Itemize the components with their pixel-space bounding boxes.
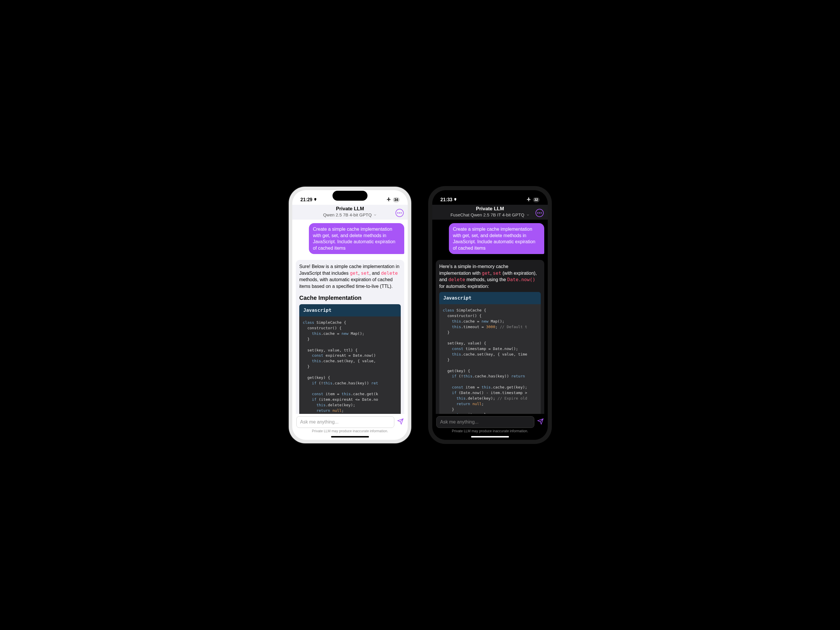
phone-dark: 21:33 32 Private LLM FuseChat Qwen 2.5 7…	[429, 187, 551, 443]
more-button[interactable]: •••	[535, 209, 544, 217]
assistant-intro: Here's a simple in-memory cache implemen…	[439, 264, 541, 290]
more-button[interactable]: •••	[395, 209, 404, 217]
status-left: 21:29	[300, 197, 317, 202]
chat-area[interactable]: Create a simple cache implementation wit…	[292, 219, 408, 414]
ellipsis-icon: •••	[397, 211, 402, 215]
status-right: 32	[526, 197, 540, 203]
code-language-label: Javascript	[439, 292, 541, 304]
app-header: Private LLM FuseChat Qwen 2.5 7B IT 4-bi…	[432, 205, 548, 219]
assistant-intro: Sure! Below is a simple cache implementa…	[299, 264, 401, 290]
input-bar: Ask me anything...	[432, 414, 548, 428]
phone-light: 21:29 34 Private LLM Qwen 2.5 7B 4-bit G…	[289, 187, 411, 443]
code-body[interactable]: class SimpleCache { constructor() { this…	[299, 316, 401, 414]
code-body[interactable]: class SimpleCache { constructor() { this…	[439, 304, 541, 414]
section-title: Cache Implementation	[299, 294, 401, 302]
app-title: Private LLM	[436, 206, 544, 212]
model-selector[interactable]: FuseChat Qwen 2.5 7B IT 4-bit GPTQ	[436, 212, 544, 217]
code-block: Javascript class SimpleCache { construct…	[299, 304, 401, 414]
disclaimer: Private LLM may produce inaccurate infor…	[292, 428, 408, 435]
battery-percent: 32	[534, 198, 538, 202]
message-input[interactable]: Ask me anything...	[296, 416, 394, 428]
airplane-icon	[526, 197, 531, 203]
battery-indicator: 32	[533, 197, 540, 202]
home-indicator[interactable]	[331, 436, 369, 437]
message-input[interactable]: Ask me anything...	[436, 416, 534, 428]
screen: 21:33 32 Private LLM FuseChat Qwen 2.5 7…	[432, 190, 548, 440]
location-icon	[453, 197, 457, 202]
app-title: Private LLM	[296, 206, 404, 212]
model-selector[interactable]: Qwen 2.5 7B 4-bit GPTQ	[296, 212, 404, 217]
send-button[interactable]	[537, 418, 544, 426]
status-time: 21:29	[300, 197, 313, 202]
assistant-message: Sure! Below is a simple cache implementa…	[296, 260, 404, 414]
disclaimer: Private LLM may produce inaccurate infor…	[432, 428, 548, 435]
assistant-message: Here's a simple in-memory cache implemen…	[436, 260, 544, 414]
chat-area[interactable]: Create a simple cache implementation wit…	[432, 219, 548, 414]
model-name: FuseChat Qwen 2.5 7B IT 4-bit GPTQ	[450, 212, 524, 217]
user-message: Create a simple cache implementation wit…	[449, 223, 544, 254]
dynamic-island	[333, 191, 368, 201]
app-header: Private LLM Qwen 2.5 7B 4-bit GPTQ •••	[292, 205, 408, 219]
code-language-label: Javascript	[299, 304, 401, 316]
battery-percent: 34	[394, 198, 398, 202]
send-button[interactable]	[397, 418, 404, 426]
ellipsis-icon: •••	[537, 211, 542, 215]
location-icon	[314, 197, 317, 202]
status-time: 21:33	[441, 197, 452, 202]
home-indicator[interactable]	[471, 436, 509, 437]
model-name: Qwen 2.5 7B 4-bit GPTQ	[323, 212, 372, 217]
chevron-down-icon	[526, 213, 530, 217]
airplane-icon	[387, 197, 391, 203]
screen: 21:29 34 Private LLM Qwen 2.5 7B 4-bit G…	[292, 190, 408, 440]
input-bar: Ask me anything...	[292, 414, 408, 428]
user-message: Create a simple cache implementation wit…	[309, 223, 404, 254]
battery-indicator: 34	[393, 197, 399, 202]
status-right: 34	[387, 197, 399, 203]
dynamic-island	[472, 191, 507, 201]
chevron-down-icon	[373, 213, 377, 217]
status-left: 21:33	[441, 197, 457, 202]
code-block: Javascript class SimpleCache { construct…	[439, 292, 541, 414]
